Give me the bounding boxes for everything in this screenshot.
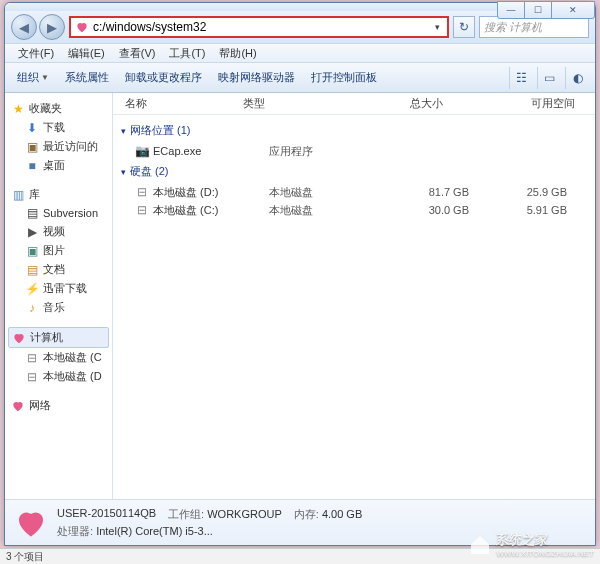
- heart-icon: [75, 20, 89, 34]
- triangle-icon: ▾: [121, 126, 126, 136]
- toolbar: 组织▼ 系统属性 卸载或更改程序 映射网络驱动器 打开控制面板 ☷ ▭ ◐: [5, 63, 595, 93]
- watermark: 系统之家 WWW.XITONGZHIJIA.NET: [468, 531, 594, 558]
- folder-icon: ▤: [25, 206, 39, 220]
- titlebar: — ☐ ✕: [5, 3, 595, 11]
- search-box[interactable]: 搜索 计算机: [479, 16, 589, 38]
- watermark-title: 系统之家: [496, 531, 594, 549]
- back-button[interactable]: ◀: [11, 14, 37, 40]
- address-input[interactable]: [93, 20, 432, 34]
- sidebar-item-thunder[interactable]: ⚡迅雷下载: [5, 279, 112, 298]
- heart-icon: [11, 399, 25, 413]
- cpu-label: 处理器:: [57, 525, 93, 537]
- control-panel-button[interactable]: 打开控制面板: [305, 68, 383, 87]
- thunder-icon: ⚡: [25, 282, 39, 296]
- uninstall-button[interactable]: 卸载或更改程序: [119, 68, 208, 87]
- view-options-button[interactable]: ☷: [509, 67, 533, 89]
- system-props-button[interactable]: 系统属性: [59, 68, 115, 87]
- window-controls: — ☐ ✕: [498, 1, 595, 19]
- explorer-window: — ☐ ✕ ◀ ▶ ▾ ↻ 搜索 计算机 文件(F) 编辑(E) 查看(V) 工…: [4, 2, 596, 546]
- sidebar-item-disk-c[interactable]: ⊟本地磁盘 (C: [5, 348, 112, 367]
- sidebar-item-desktop[interactable]: ■桌面: [5, 156, 112, 175]
- heart-icon: [13, 505, 49, 541]
- menu-help[interactable]: 帮助(H): [212, 46, 263, 61]
- video-icon: ▶: [25, 225, 39, 239]
- address-bar[interactable]: ▾: [69, 16, 449, 38]
- organize-button[interactable]: 组织▼: [11, 68, 55, 87]
- file-list: 名称 类型 总大小 可用空间 ▾网络位置 (1) 📷 ECap.exe 应用程序…: [113, 93, 595, 499]
- menu-edit[interactable]: 编辑(E): [61, 46, 112, 61]
- column-headers: 名称 类型 总大小 可用空间: [113, 93, 595, 115]
- nav-buttons: ◀ ▶: [11, 14, 65, 40]
- sidebar-item-music[interactable]: ♪音乐: [5, 298, 112, 317]
- item-ecap[interactable]: 📷 ECap.exe 应用程序: [121, 142, 587, 160]
- search-placeholder: 搜索 计算机: [484, 20, 542, 35]
- item-count: 3 个项目: [6, 550, 44, 564]
- desktop-icon: ■: [25, 159, 39, 173]
- help-button[interactable]: ◐: [565, 67, 589, 89]
- libraries-group[interactable]: ▥库: [5, 185, 112, 204]
- group-network-location[interactable]: ▾网络位置 (1): [121, 119, 587, 142]
- sidebar-item-subversion[interactable]: ▤Subversion: [5, 204, 112, 222]
- workgroup-value: WORKGROUP: [207, 508, 282, 520]
- watermark-url: WWW.XITONGZHIJIA.NET: [496, 549, 594, 558]
- forward-button[interactable]: ▶: [39, 14, 65, 40]
- disk-icon: ⊟: [25, 370, 39, 384]
- computer-group[interactable]: 计算机: [8, 327, 109, 348]
- workgroup-label: 工作组:: [168, 508, 204, 520]
- disk-icon: ⊟: [135, 203, 149, 217]
- house-icon: [468, 533, 492, 557]
- disk-icon: ⊟: [25, 351, 39, 365]
- nav-pane: ★收藏夹 ⬇下载 ▣最近访问的 ■桌面 ▥库 ▤Subversion ▶视频 ▣…: [5, 93, 113, 499]
- chevron-down-icon: ▼: [41, 73, 49, 82]
- sidebar-item-pictures[interactable]: ▣图片: [5, 241, 112, 260]
- body: ★收藏夹 ⬇下载 ▣最近访问的 ■桌面 ▥库 ▤Subversion ▶视频 ▣…: [5, 93, 595, 499]
- sidebar-item-videos[interactable]: ▶视频: [5, 222, 112, 241]
- memory-value: 4.00 GB: [322, 508, 362, 520]
- col-name[interactable]: 名称: [113, 96, 243, 111]
- col-type[interactable]: 类型: [243, 96, 353, 111]
- document-icon: ▤: [25, 263, 39, 277]
- network-group[interactable]: 网络: [5, 396, 112, 415]
- sidebar-item-recent[interactable]: ▣最近访问的: [5, 137, 112, 156]
- menu-view[interactable]: 查看(V): [112, 46, 163, 61]
- col-free[interactable]: 可用空间: [473, 96, 595, 111]
- camera-icon: 📷: [135, 144, 149, 158]
- triangle-icon: ▾: [121, 167, 126, 177]
- minimize-button[interactable]: —: [497, 1, 525, 19]
- memory-label: 内存:: [294, 508, 319, 520]
- star-icon: ★: [11, 102, 25, 116]
- content-area: ▾网络位置 (1) 📷 ECap.exe 应用程序 ▾硬盘 (2) ⊟ 本地磁盘…: [113, 115, 595, 499]
- music-icon: ♪: [25, 301, 39, 315]
- sidebar-item-disk-d[interactable]: ⊟本地磁盘 (D: [5, 367, 112, 386]
- menubar: 文件(F) 编辑(E) 查看(V) 工具(T) 帮助(H): [5, 43, 595, 63]
- computer-name: USER-20150114QB: [57, 507, 156, 522]
- item-disk-c[interactable]: ⊟ 本地磁盘 (C:) 本地磁盘 30.0 GB 5.91 GB: [121, 201, 587, 219]
- download-icon: ⬇: [25, 121, 39, 135]
- address-dropdown-icon[interactable]: ▾: [432, 22, 443, 32]
- recent-icon: ▣: [25, 140, 39, 154]
- item-disk-d[interactable]: ⊟ 本地磁盘 (D:) 本地磁盘 81.7 GB 25.9 GB: [121, 183, 587, 201]
- cpu-value: Intel(R) Core(TM) i5-3...: [96, 525, 213, 537]
- disk-icon: ⊟: [135, 185, 149, 199]
- close-button[interactable]: ✕: [551, 1, 595, 19]
- map-drive-button[interactable]: 映射网络驱动器: [212, 68, 301, 87]
- sidebar-item-downloads[interactable]: ⬇下载: [5, 118, 112, 137]
- favorites-group[interactable]: ★收藏夹: [5, 99, 112, 118]
- preview-pane-button[interactable]: ▭: [537, 67, 561, 89]
- picture-icon: ▣: [25, 244, 39, 258]
- col-totalsize[interactable]: 总大小: [353, 96, 473, 111]
- menu-file[interactable]: 文件(F): [11, 46, 61, 61]
- maximize-button[interactable]: ☐: [524, 1, 552, 19]
- sidebar-item-documents[interactable]: ▤文档: [5, 260, 112, 279]
- group-hard-disk[interactable]: ▾硬盘 (2): [121, 160, 587, 183]
- menu-tools[interactable]: 工具(T): [162, 46, 212, 61]
- library-icon: ▥: [11, 188, 25, 202]
- heart-icon: [12, 331, 26, 345]
- refresh-button[interactable]: ↻: [453, 16, 475, 38]
